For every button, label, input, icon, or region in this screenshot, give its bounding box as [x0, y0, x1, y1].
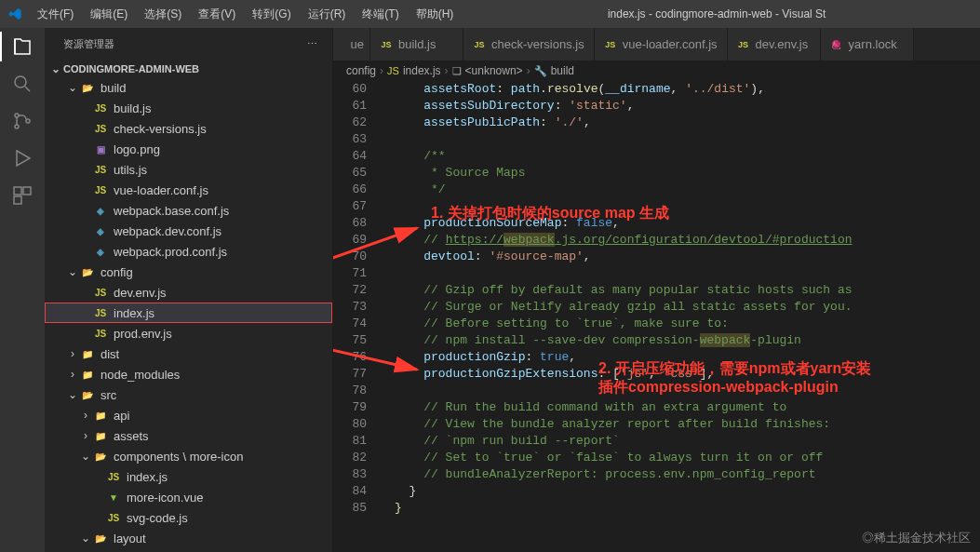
tab-build[interactable]: JSbuild.js — [370, 28, 463, 61]
line-number: 72 — [333, 282, 367, 299]
line-number: 61 — [333, 98, 367, 114]
tree-item-svg-code-js[interactable]: JSsvg-code.js — [45, 507, 332, 528]
tab-vue-loader[interactable]: JSvue-loader.conf.js — [595, 28, 728, 61]
more-actions-icon[interactable]: ⋯ — [307, 38, 317, 50]
tree-item-index-js[interactable]: JSindex.js — [45, 303, 332, 323]
code-line-63[interactable] — [395, 131, 980, 148]
code-editor[interactable]: 6061626364656667686970717273747576777879… — [333, 81, 980, 552]
code-line-73[interactable]: // Surge or Netlify already gzip all sta… — [395, 299, 980, 316]
tree-item-utils-js[interactable]: JSutils.js — [45, 159, 332, 180]
tree-label: webpack.dev.conf.js — [114, 224, 222, 238]
menu-terminal[interactable]: 终端(T) — [355, 3, 406, 26]
menu-go[interactable]: 转到(G) — [245, 3, 298, 26]
folder-open-icon: 📂 — [80, 80, 95, 95]
tree-item-config[interactable]: ⌄📂config — [45, 262, 332, 282]
code-line-68[interactable]: productionSourceMap: false, — [395, 215, 980, 232]
code-line-67[interactable] — [395, 198, 980, 215]
tree-item-components-more-icon[interactable]: ⌄📂components \ more-icon — [45, 446, 332, 466]
code-line-70[interactable]: devtool: '#source-map', — [395, 249, 980, 265]
code-line-66[interactable]: */ — [395, 182, 980, 198]
code-line-74[interactable]: // Before setting to `true`, make sure t… — [395, 316, 980, 332]
tree-item-webpack-dev-conf-js[interactable]: ◈webpack.dev.conf.js — [45, 221, 332, 241]
code-line-83[interactable]: // bundleAnalyzerReport: process.env.npm… — [395, 466, 980, 483]
tree-item-webpack-base-conf-js[interactable]: ◈webpack.base.conf.js — [45, 200, 332, 221]
code-line-78[interactable] — [395, 383, 980, 399]
code-line-71[interactable] — [395, 265, 980, 282]
menu-run[interactable]: 运行(R) — [301, 3, 354, 26]
tree-label: components \ more-icon — [114, 450, 243, 464]
menu-help[interactable]: 帮助(H) — [409, 3, 462, 26]
line-number: 64 — [333, 148, 367, 165]
tree-item-webpack-prod-conf-js[interactable]: ◈webpack.prod.conf.js — [45, 241, 332, 262]
folder-open-icon: 📂 — [93, 449, 108, 464]
tab-yarn-lock[interactable]: 🧶yarn.lock — [821, 28, 914, 61]
code-line-82[interactable]: // Set to `true` or `false` to always tu… — [395, 450, 980, 466]
run-debug-icon[interactable] — [11, 147, 34, 169]
source-control-icon[interactable] — [11, 110, 34, 132]
tree-item-prod-env-js[interactable]: JSprod.env.js — [45, 323, 332, 343]
tree-item-more-icon-vue[interactable]: ▼more-icon.vue — [45, 487, 332, 507]
menu-view[interactable]: 查看(V) — [191, 3, 243, 26]
tree-label: build.js — [114, 101, 151, 115]
explorer-icon[interactable] — [11, 35, 34, 58]
menu-file[interactable]: 文件(F) — [30, 3, 81, 26]
chevron-icon: › — [78, 409, 93, 422]
tree-label: assets — [114, 429, 149, 443]
tree-item-build-js[interactable]: JSbuild.js — [45, 98, 332, 118]
tree-item-assets[interactable]: ›📁assets — [45, 425, 332, 446]
code-lines[interactable]: assetsRoot: path.resolve(__dirname, '../… — [385, 81, 980, 552]
code-line-75[interactable]: // npm install --save-dev compression-we… — [395, 332, 980, 349]
code-line-64[interactable]: /** — [395, 148, 980, 165]
symbol-icon: ❏ — [452, 65, 462, 77]
chevron-icon: ⌄ — [65, 388, 80, 401]
tree-item-check-versions-js[interactable]: JScheck-versions.js — [45, 118, 332, 139]
tree-item-api[interactable]: ›📁api — [45, 405, 332, 425]
breadcrumb-symbol[interactable]: <unknown> — [465, 64, 523, 77]
tree-item-dev-env-js[interactable]: JSdev.env.js — [45, 282, 332, 303]
code-line-84[interactable]: } — [395, 483, 980, 500]
tree-item-node_modules[interactable]: ›📁node_modules — [45, 364, 332, 384]
code-line-60[interactable]: assetsRoot: path.resolve(__dirname, '../… — [395, 81, 980, 98]
tree-item-logo-png[interactable]: ▣logo.png — [45, 139, 332, 159]
code-line-76[interactable]: productionGzip: true, — [395, 349, 980, 366]
breadcrumb-file[interactable]: index.js — [403, 64, 441, 77]
folder-section-header[interactable]: ⌄ CODINGMORE-ADMIN-WEB — [45, 61, 332, 77]
tree-label: check-versions.js — [114, 122, 207, 136]
menu-selection[interactable]: 选择(S) — [137, 3, 189, 26]
sidebar-header: 资源管理器 ⋯ — [45, 28, 332, 61]
tree-item-dist[interactable]: ›📁dist — [45, 343, 332, 364]
folder-icon: 📁 — [80, 367, 95, 382]
tab-partial[interactable]: ue — [333, 28, 370, 61]
code-line-79[interactable]: // Run the build command with an extra a… — [395, 399, 980, 416]
tree-label: webpack.prod.conf.js — [114, 245, 227, 259]
tree-label: prod.env.js — [114, 327, 172, 341]
tree-item-layout[interactable]: ⌄📂layout — [45, 528, 332, 548]
tree-item-src[interactable]: ⌄📂src — [45, 384, 332, 405]
chevron-icon: ⌄ — [78, 532, 93, 545]
code-line-77[interactable]: productionGzipExtensions: ['js', 'css'], — [395, 366, 980, 383]
code-line-80[interactable]: // View the bundle analyzer report after… — [395, 416, 980, 433]
tree-item-index-js[interactable]: JSindex.js — [45, 466, 332, 487]
code-line-72[interactable]: // Gzip off by default as many popular s… — [395, 282, 980, 299]
code-line-65[interactable]: * Source Maps — [395, 165, 980, 182]
code-line-69[interactable]: // https://webpack.js.org/configuration/… — [395, 232, 980, 249]
tree-item-vue-loader-conf-js[interactable]: JSvue-loader.conf.js — [45, 180, 332, 200]
search-icon[interactable] — [11, 73, 34, 95]
tab-dev-env[interactable]: JSdev.env.js — [728, 28, 821, 61]
tree-item-build[interactable]: ⌄📂build — [45, 77, 332, 98]
breadcrumb-folder[interactable]: config — [346, 64, 376, 77]
menu-edit[interactable]: 编辑(E) — [83, 3, 135, 26]
tree-label: index.js — [127, 470, 168, 484]
code-line-85[interactable]: } — [395, 500, 980, 517]
line-number: 74 — [333, 316, 367, 332]
breadcrumbs[interactable]: config › JS index.js › ❏ <unknown> › 🔧 b… — [333, 61, 980, 81]
code-line-81[interactable]: // `npm run build --report` — [395, 433, 980, 450]
tab-check-versions[interactable]: JScheck-versions.js — [463, 28, 595, 61]
extensions-icon[interactable] — [11, 184, 34, 207]
code-line-62[interactable]: assetsPublicPath: './', — [395, 114, 980, 131]
code-line-61[interactable]: assetsSubDirectory: 'static', — [395, 98, 980, 114]
line-number: 84 — [333, 483, 367, 500]
svg-rect-4 — [14, 187, 21, 195]
breadcrumb-symbol[interactable]: build — [551, 64, 574, 77]
line-number: 67 — [333, 198, 367, 215]
